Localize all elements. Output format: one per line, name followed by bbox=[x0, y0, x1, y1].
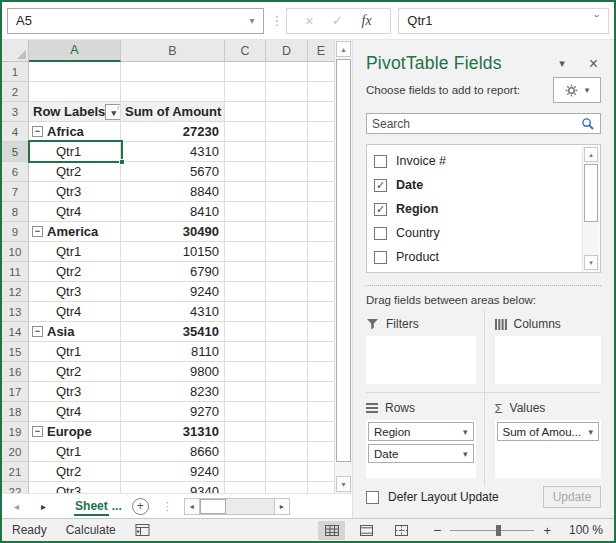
column-header-E[interactable]: E bbox=[308, 40, 334, 62]
cell-B9[interactable]: 30490 bbox=[121, 222, 225, 242]
values-field-pill[interactable]: Sum of Amou...▾ bbox=[497, 422, 600, 441]
cell-B11[interactable]: 6790 bbox=[121, 262, 225, 282]
field-item-Product[interactable]: Product bbox=[374, 245, 578, 269]
status-calculate[interactable]: Calculate bbox=[66, 523, 116, 537]
pill-caret-icon[interactable]: ▾ bbox=[463, 427, 468, 437]
zoom-in-button[interactable]: + bbox=[543, 523, 551, 538]
cell-A17[interactable]: Qtr3 bbox=[29, 382, 121, 402]
tabbar-splitter-icon[interactable]: ⋮ bbox=[162, 500, 173, 513]
scroll-right-button[interactable]: ▸ bbox=[274, 499, 289, 514]
cell-E20[interactable] bbox=[308, 442, 334, 462]
cell-D15[interactable] bbox=[266, 342, 308, 362]
columns-drop-zone[interactable] bbox=[495, 336, 602, 384]
pill-caret-icon[interactable]: ▾ bbox=[463, 449, 468, 459]
macro-record-icon[interactable] bbox=[135, 524, 150, 536]
cell-C4[interactable] bbox=[225, 122, 266, 142]
cell-D9[interactable] bbox=[266, 222, 308, 242]
cell-B21[interactable]: 9240 bbox=[121, 462, 225, 482]
row-header-2[interactable]: 2 bbox=[2, 82, 29, 102]
enter-icon[interactable]: ✓ bbox=[332, 13, 343, 28]
name-box-input[interactable] bbox=[8, 12, 242, 29]
field-checkbox[interactable] bbox=[374, 155, 387, 168]
cancel-icon[interactable]: × bbox=[305, 13, 313, 29]
cell-E7[interactable] bbox=[308, 182, 334, 202]
cell-A4[interactable]: −Africa bbox=[29, 122, 121, 142]
cell-C1[interactable] bbox=[225, 62, 266, 82]
cell-A1[interactable] bbox=[29, 62, 121, 82]
cell-C8[interactable] bbox=[225, 202, 266, 222]
field-search-box[interactable] bbox=[366, 113, 601, 134]
cell-B7[interactable]: 8840 bbox=[121, 182, 225, 202]
rows-field-pill-Region[interactable]: Region▾ bbox=[368, 422, 474, 441]
field-item-Region[interactable]: ✓Region bbox=[374, 197, 578, 221]
cell-C12[interactable] bbox=[225, 282, 266, 302]
cell-C17[interactable] bbox=[225, 382, 266, 402]
cell-B15[interactable]: 8110 bbox=[121, 342, 225, 362]
cell-D10[interactable] bbox=[266, 242, 308, 262]
cell-B1[interactable] bbox=[121, 62, 225, 82]
cell-D20[interactable] bbox=[266, 442, 308, 462]
cell-A2[interactable] bbox=[29, 82, 121, 102]
row-header-21[interactable]: 21 bbox=[2, 462, 29, 482]
insert-function-icon[interactable]: fx bbox=[362, 13, 372, 29]
cell-E22[interactable] bbox=[308, 482, 334, 493]
zoom-slider-thumb[interactable] bbox=[496, 525, 501, 536]
cell-D1[interactable] bbox=[266, 62, 308, 82]
cell-A6[interactable]: Qtr2 bbox=[29, 162, 121, 182]
cell-A3[interactable]: Row Labels▾↑ bbox=[29, 102, 121, 122]
rows-field-pill-Date[interactable]: Date▾ bbox=[368, 444, 474, 463]
update-button[interactable]: Update bbox=[543, 486, 601, 508]
cell-E1[interactable] bbox=[308, 62, 334, 82]
tools-button[interactable]: ▾ bbox=[553, 77, 601, 103]
normal-view-button[interactable] bbox=[318, 521, 345, 540]
column-header-D[interactable]: D bbox=[266, 40, 308, 62]
cell-E21[interactable] bbox=[308, 462, 334, 482]
cell-A16[interactable]: Qtr2 bbox=[29, 362, 121, 382]
collapse-button[interactable]: − bbox=[32, 126, 43, 137]
cell-C14[interactable] bbox=[225, 322, 266, 342]
cell-A12[interactable]: Qtr3 bbox=[29, 282, 121, 302]
cell-B4[interactable]: 27230 bbox=[121, 122, 225, 142]
cell-E14[interactable] bbox=[308, 322, 334, 342]
cell-C13[interactable] bbox=[225, 302, 266, 322]
cell-C3[interactable] bbox=[225, 102, 266, 122]
search-icon[interactable] bbox=[576, 117, 600, 131]
field-list-scroll-thumb[interactable] bbox=[584, 164, 598, 222]
cell-A7[interactable]: Qtr3 bbox=[29, 182, 121, 202]
tab-scroll-right-icon[interactable]: ▸ bbox=[41, 501, 46, 512]
row-header-18[interactable]: 18 bbox=[2, 402, 29, 422]
cell-E9[interactable] bbox=[308, 222, 334, 242]
page-break-view-button[interactable] bbox=[388, 521, 415, 540]
cell-C21[interactable] bbox=[225, 462, 266, 482]
field-list-scroll-down[interactable]: ▾ bbox=[584, 255, 598, 270]
cell-C19[interactable] bbox=[225, 422, 266, 442]
field-checkbox[interactable] bbox=[374, 251, 387, 264]
pane-options-caret-icon[interactable]: ▾ bbox=[559, 57, 565, 70]
cell-E8[interactable] bbox=[308, 202, 334, 222]
zoom-slider[interactable] bbox=[450, 530, 534, 531]
row-header-22[interactable]: 22 bbox=[2, 482, 29, 493]
scroll-up-button[interactable]: ▴ bbox=[336, 41, 351, 57]
row-labels-filter-button[interactable]: ▾↑ bbox=[105, 104, 121, 120]
cell-D7[interactable] bbox=[266, 182, 308, 202]
field-checkbox[interactable]: ✓ bbox=[374, 203, 387, 216]
row-header-5[interactable]: 5 bbox=[2, 142, 29, 162]
column-header-C[interactable]: C bbox=[225, 40, 266, 62]
row-header-3[interactable]: 3 bbox=[2, 102, 29, 122]
pane-close-icon[interactable]: × bbox=[589, 56, 598, 72]
page-layout-view-button[interactable] bbox=[353, 521, 380, 540]
cell-B13[interactable]: 4310 bbox=[121, 302, 225, 322]
cell-B8[interactable]: 8410 bbox=[121, 202, 225, 222]
new-sheet-button[interactable]: + bbox=[132, 498, 149, 515]
row-header-7[interactable]: 7 bbox=[2, 182, 29, 202]
cell-B2[interactable] bbox=[121, 82, 225, 102]
cell-E15[interactable] bbox=[308, 342, 334, 362]
name-box[interactable]: ▾ bbox=[7, 8, 264, 34]
cell-A18[interactable]: Qtr4 bbox=[29, 402, 121, 422]
cell-A8[interactable]: Qtr4 bbox=[29, 202, 121, 222]
cell-A5[interactable]: Qtr1 bbox=[29, 142, 121, 162]
cell-B5[interactable]: 4310 bbox=[121, 142, 225, 162]
cell-D12[interactable] bbox=[266, 282, 308, 302]
row-header-1[interactable]: 1 bbox=[2, 62, 29, 82]
tab-scroll-left-icon[interactable]: ◂ bbox=[14, 501, 19, 512]
